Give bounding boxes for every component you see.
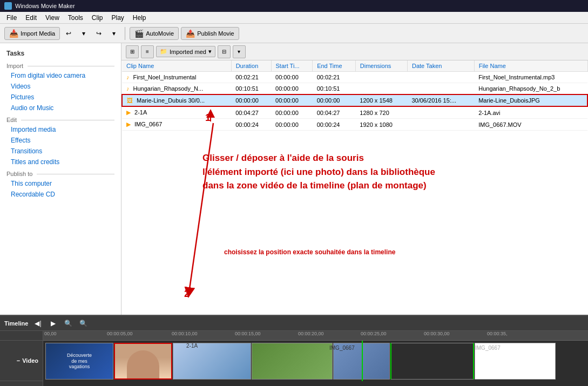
- publish-icon: 📤: [186, 29, 195, 38]
- cell-filename: First_Noel_Instrumental.mp3: [474, 72, 587, 83]
- ruler-mark-1: 00:00:05,00: [107, 331, 133, 336]
- clip-img0667-label: IMG_0667: [329, 345, 355, 351]
- detail-view-button[interactable]: ≡: [141, 45, 154, 58]
- timeline-container: Timeline ◀| ▶ 🔍 🔍 − Video 00,00 00:00:05…: [0, 315, 588, 386]
- timeline-label: Timeline: [4, 320, 28, 327]
- table-row[interactable]: ▶ 2-1A 00:04:27 00:00:00 00:04:27 1280 x…: [122, 106, 587, 119]
- timeline-search-forward-button[interactable]: 🔍: [78, 318, 89, 329]
- filter-dropdown[interactable]: 📁 Imported med ▾: [156, 46, 215, 57]
- video-icon: ▶: [126, 121, 131, 127]
- cell-filename: Marie-Line_DuboisJPG: [474, 94, 587, 106]
- publish-movie-button[interactable]: 📤 Publish Movie: [181, 27, 239, 40]
- menu-tools[interactable]: Tools: [64, 13, 87, 23]
- filter-icon: 📁: [160, 48, 167, 55]
- audio-icon: ♪: [126, 74, 130, 80]
- menu-edit[interactable]: Edit: [21, 13, 41, 23]
- undo-dropdown-icon: ▾: [82, 30, 85, 37]
- col-end-time[interactable]: End Time: [313, 60, 356, 72]
- cell-filename: Hungarian_Rhapsody_No_2_b: [474, 83, 587, 95]
- layout-icon: ⊟: [222, 49, 226, 55]
- timeline-play-button[interactable]: ▶: [48, 318, 58, 329]
- ruler-mark-4: 00:00:20,00: [298, 331, 324, 336]
- timeline-clip-5[interactable]: [252, 343, 333, 380]
- col-dimensions[interactable]: Dimensions: [355, 60, 407, 72]
- menu-view[interactable]: View: [41, 13, 64, 23]
- timeline-search-back-button[interactable]: 🔍: [63, 318, 73, 329]
- sidebar-link-transitions[interactable]: Transitions: [0, 146, 121, 157]
- menu-play[interactable]: Play: [107, 13, 129, 23]
- cell-end: 00:00:00: [313, 94, 356, 106]
- menu-help[interactable]: Help: [129, 13, 151, 23]
- video-expand-icon[interactable]: −: [17, 357, 20, 364]
- col-duration[interactable]: Duration: [231, 60, 271, 72]
- sidebar-link-videos[interactable]: Videos: [0, 81, 121, 92]
- sidebar-link-audio[interactable]: Audio or Music: [0, 103, 121, 113]
- cell-date: 30/06/2016 15:...: [407, 94, 474, 106]
- cell-dimensions: 1920 x 1080: [355, 119, 407, 131]
- sidebar-link-this-computer[interactable]: This computer: [0, 178, 121, 189]
- cell-end: 00:04:27: [313, 106, 356, 119]
- clip-img0667-right-label: IMG_0667: [475, 345, 501, 351]
- clip-1-label: Découvertede mesvagations: [67, 353, 92, 370]
- ruler-mark-7: 00:00:35,: [487, 331, 508, 336]
- automovie-label: AutoMovie: [146, 30, 174, 37]
- undo-dropdown[interactable]: ▾: [77, 27, 90, 40]
- cell-date: [407, 106, 474, 119]
- sidebar-link-imported-media[interactable]: Imported media: [0, 124, 121, 135]
- table-row[interactable]: 🖼 Marie-Line_Dubuis 30/0... 00:00:00 00:…: [122, 94, 587, 106]
- tasks-panel: Tasks Import From digital video camera V…: [0, 43, 121, 315]
- sidebar-link-titles-credits[interactable]: Titles and credits: [0, 157, 121, 167]
- table-row[interactable]: ♪ Hungarian_Rhapsody_N... 00:10:51 00:00…: [122, 83, 587, 95]
- col-date-taken[interactable]: Date Taken: [407, 60, 474, 72]
- cell-start: 00:00:00: [271, 72, 313, 83]
- import-media-button[interactable]: 📥 Import Media: [4, 27, 60, 40]
- filter-label: Imported med: [170, 49, 206, 55]
- menu-clip[interactable]: Clip: [87, 13, 107, 23]
- table-row[interactable]: ▶ IMG_0667 00:00:24 00:00:00 00:00:24 19…: [122, 119, 587, 131]
- menu-file[interactable]: File: [2, 13, 21, 23]
- thumbnail-view-icon: ⊞: [130, 49, 134, 55]
- timeline-clip-3[interactable]: [173, 343, 251, 380]
- undo-icon: ↩: [66, 30, 71, 37]
- sidebar-link-pictures[interactable]: Pictures: [0, 92, 121, 103]
- cell-start: 00:00:00: [271, 119, 313, 131]
- cell-clip-name: ♪ Hungarian_Rhapsody_N...: [122, 83, 231, 95]
- col-start-time[interactable]: Start Ti...: [271, 60, 313, 72]
- col-file-name[interactable]: File Name: [474, 60, 587, 72]
- filter-chevron-icon: ▾: [208, 48, 212, 55]
- layout-button[interactable]: ⊟: [218, 45, 231, 58]
- ruler-mark-3: 00:00:15,00: [235, 331, 261, 336]
- undo-button[interactable]: ↩: [62, 27, 75, 40]
- timeline-tracks: 00,00 00:00:05,00 00:00:10,00 00:00:15,0…: [43, 331, 588, 386]
- automovie-icon: 🎬: [134, 29, 144, 38]
- redo-button[interactable]: ↪: [92, 27, 105, 40]
- sidebar-link-recordable-cd[interactable]: Recordable CD: [0, 189, 121, 200]
- layout-dropdown-icon: ▾: [238, 49, 240, 55]
- timeline-body: − Video 00,00 00:00:05,00 00:00:10,00 00…: [0, 331, 588, 386]
- thumbnail-view-button[interactable]: ⊞: [126, 45, 139, 58]
- cell-end: 00:10:51: [313, 83, 356, 95]
- ruler-mark-6: 00:00:30,00: [424, 331, 450, 336]
- layout-dropdown-button[interactable]: ▾: [233, 45, 246, 58]
- publish-movie-label: Publish Movie: [197, 30, 234, 37]
- detail-view-icon: ≡: [146, 49, 149, 55]
- redo-dropdown[interactable]: ▾: [107, 27, 120, 40]
- tasks-title: Tasks: [0, 48, 121, 59]
- cell-dimensions: 1280 x 720: [355, 106, 407, 119]
- video-track-label: − Video: [0, 341, 43, 381]
- cell-duration: 00:04:27: [231, 106, 271, 119]
- table-row[interactable]: ♪ First_Noel_Instrumental 00:02:21 00:00…: [122, 72, 587, 83]
- timeline-clip-1[interactable]: Découvertede mesvagations: [45, 343, 113, 380]
- sidebar-link-digital-camera[interactable]: From digital video camera: [0, 70, 121, 81]
- col-clip-name[interactable]: Clip Name: [122, 60, 231, 72]
- cell-end: 00:00:24: [313, 119, 356, 131]
- cell-name-text: 2-1A: [134, 109, 147, 116]
- toolbar: 📥 Import Media ↩ ▾ ↪ ▾ 🎬 AutoMovie 📤 Pub…: [0, 24, 588, 43]
- timeline-rewind-button[interactable]: ◀|: [32, 318, 43, 329]
- cell-name-text: Hungarian_Rhapsody_N...: [133, 85, 204, 92]
- timeline-clip-2-photo[interactable]: [114, 343, 172, 380]
- cell-dimensions: [355, 72, 407, 83]
- automovie-button[interactable]: 🎬 AutoMovie: [130, 27, 179, 40]
- audio-icon: ♪: [126, 85, 130, 92]
- sidebar-link-effects[interactable]: Effects: [0, 135, 121, 146]
